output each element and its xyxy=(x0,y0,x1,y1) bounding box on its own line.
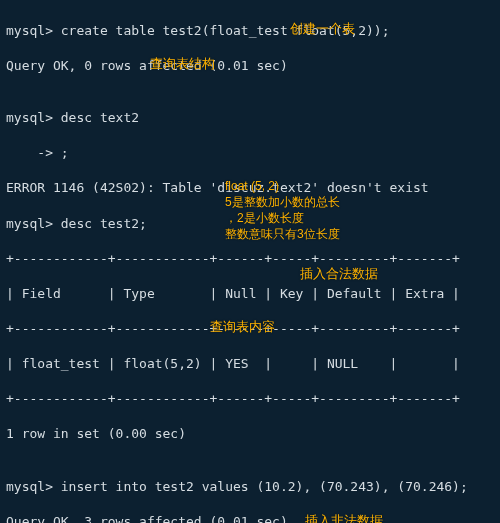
annotation-insert-legal: 插入合法数据 xyxy=(300,265,378,283)
term-line: mysql> insert into test2 values (10.2), … xyxy=(6,478,494,496)
annotation-create-table: 创建一个表 xyxy=(290,20,355,38)
term-line: | Field | Type | Null | Key | Default | … xyxy=(6,285,494,303)
terminal-output: mysql> create table test2(float_test flo… xyxy=(0,0,500,523)
annotation-float-explain-1: float (5, 2) xyxy=(225,178,279,194)
term-line: mysql> desc text2 xyxy=(6,109,494,127)
term-line: mysql> create table test2(float_test flo… xyxy=(6,22,494,40)
annotation-desc-table: 查询表结构 xyxy=(150,55,215,73)
annotation-float-explain-3: ，2是小数长度 xyxy=(225,210,304,226)
term-line: Query OK, 3 rows affected (0.01 sec) xyxy=(6,513,494,523)
term-line: -> ; xyxy=(6,144,494,162)
term-line: +------------+------------+------+-----+… xyxy=(6,250,494,268)
annotation-float-explain-4: 整数意味只有3位长度 xyxy=(225,226,340,242)
annotation-insert-illegal: 插入非法数据 xyxy=(305,512,383,523)
term-line: +------------+------------+------+-----+… xyxy=(6,390,494,408)
term-line: | float_test | float(5,2) | YES | | NULL… xyxy=(6,355,494,373)
annotation-float-explain-2: 5是整数加小数的总长 xyxy=(225,194,340,210)
term-line: 1 row in set (0.00 sec) xyxy=(6,425,494,443)
term-line: Query OK, 0 rows affected (0.01 sec) xyxy=(6,57,494,75)
annotation-select-content: 查询表内容 xyxy=(210,318,275,336)
